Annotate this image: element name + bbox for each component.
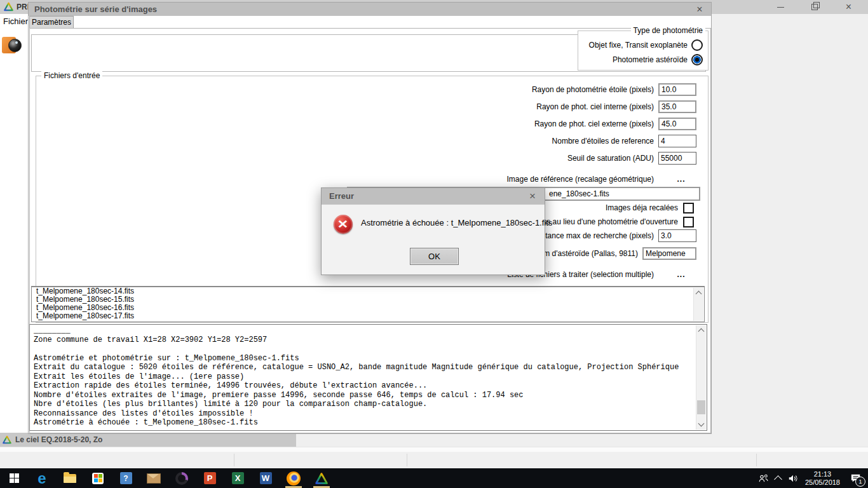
rayon-ciel-externe-input[interactable] <box>658 118 696 130</box>
dial-icon <box>175 472 188 485</box>
word-icon: W <box>260 472 272 484</box>
people-icon <box>758 473 769 484</box>
menu-fichier[interactable]: Fichier <box>3 17 28 26</box>
radio-option-objet-fixe[interactable]: Objet fixe, Transit exoplanète <box>589 40 703 50</box>
camera-toolbar-icon[interactable] <box>2 34 22 56</box>
log-text: ________ Zone commune de travail X1=28 X… <box>30 325 707 429</box>
help-box-icon: ? <box>120 472 132 484</box>
log-scrollbar[interactable] <box>696 325 706 430</box>
file-list-box[interactable]: t_Melpomene_180sec-14.fits t_Melpomene_1… <box>31 286 705 322</box>
radio-unchecked-icon[interactable] <box>691 39 703 51</box>
rayon-etoile-input[interactable] <box>658 83 696 96</box>
error-message: Astrométrie à échouée : t_Melpomene_180s… <box>361 218 552 227</box>
firefox-icon <box>287 471 301 485</box>
tray-people-button[interactable] <box>758 473 769 484</box>
prism-app-icon <box>4 2 13 13</box>
reference-browse-button[interactable]: ... <box>674 175 689 184</box>
tray-volume-button[interactable] <box>787 473 799 484</box>
seuil-saturation-input[interactable] <box>658 152 696 165</box>
ok-button[interactable]: OK <box>410 248 459 265</box>
minimize-icon <box>777 7 784 8</box>
scroll-up-icon[interactable] <box>696 291 702 297</box>
excel-icon: X <box>232 472 244 484</box>
tray-clock[interactable]: 21:13 25/05/2018 <box>805 470 840 487</box>
statusbar-separator <box>407 454 407 466</box>
checkbox-icon[interactable] <box>683 217 694 227</box>
scrollbar-thumb[interactable] <box>697 400 705 414</box>
scroll-up-icon[interactable] <box>698 329 705 335</box>
parent-minimize-button[interactable] <box>770 0 792 14</box>
taskbar-file-explorer[interactable] <box>56 468 84 488</box>
tab-parametres[interactable]: Paramètres <box>29 16 74 28</box>
edge-icon: e <box>37 471 46 486</box>
checkbox-row-recalees[interactable]: Images déja recalées <box>606 203 694 213</box>
parent-restore-button[interactable] <box>804 0 825 14</box>
taskbar-edge[interactable]: e <box>28 468 56 488</box>
start-button[interactable] <box>0 468 28 488</box>
field-row: Rayon de phot. ciel interne (pixels) <box>536 100 696 113</box>
taskbar-excel[interactable]: X <box>224 468 252 488</box>
photometry-dialog-close-button[interactable]: × <box>691 3 709 16</box>
reference-image-label: Image de référence (recalage géométrique… <box>507 175 654 184</box>
speaker-icon <box>787 473 799 484</box>
taskbar-mail-app[interactable] <box>140 468 168 488</box>
taskbar-firefox[interactable] <box>280 468 308 488</box>
taskbar-store[interactable] <box>84 468 112 488</box>
list-item[interactable]: t_Melpomene_180sec-17.fits <box>32 312 704 320</box>
rayon-ciel-interne-input[interactable] <box>658 100 696 113</box>
taskbar-word[interactable]: W <box>252 468 280 488</box>
radio-option-asteroide[interactable]: Photometrie astéroïde <box>613 55 703 65</box>
error-dialog-titlebar[interactable]: Erreur × <box>322 188 545 205</box>
log-output-box[interactable]: ________ Zone commune de travail X1=28 X… <box>29 324 707 431</box>
windows-logo-icon <box>10 473 19 483</box>
statusbar <box>0 452 868 468</box>
clock-date: 25/05/2018 <box>805 478 840 486</box>
type-photometrie-group: Type de photométrie Objet fixe, Transit … <box>578 30 709 71</box>
windows-taskbar: e ? P X W <box>0 468 868 488</box>
prism-app-icon <box>315 472 328 485</box>
photometry-dialog-titlebar[interactable]: Photométrie sur série d'images × <box>29 3 711 16</box>
taskbar-powerpoint[interactable]: P <box>196 468 224 488</box>
restore-icon <box>811 4 818 10</box>
field-row: Nombre d'étoiles de reference <box>552 135 696 147</box>
parent-window-title: PRI <box>17 3 29 11</box>
statusbar-separator <box>234 454 234 466</box>
error-dialog-close-button[interactable]: × <box>524 189 541 203</box>
field-row: Distance max de recherche (pixels) <box>534 229 696 242</box>
error-icon: ✕ <box>334 215 353 234</box>
radio-checked-icon[interactable] <box>691 54 703 65</box>
minimized-window-title: Le ciel EQ.2018-5-20, Zo <box>15 435 102 444</box>
camera-lens <box>8 39 22 52</box>
parent-close-button[interactable]: × <box>837 0 859 14</box>
error-dialog-title: Erreur <box>329 191 354 201</box>
folder-icon <box>64 474 76 483</box>
chevron-up-icon <box>774 475 782 484</box>
field-row: Nom d'astéroïde (Pallas, 9811) <box>534 247 696 260</box>
asteroid-name-input[interactable] <box>642 247 696 260</box>
type-group-legend: Type de photométrie <box>631 26 705 35</box>
field-row: Rayon de photométrie étoile (pixels) <box>532 83 696 96</box>
distance-max-input[interactable] <box>658 229 696 242</box>
close-icon: × <box>846 2 851 12</box>
fichiers-group-legend: Fichiers d'entrée <box>41 71 102 80</box>
mail-icon <box>147 473 161 484</box>
action-center-button[interactable]: 1 <box>850 473 862 484</box>
clock-time: 21:13 <box>814 470 832 478</box>
taskbar-help-app[interactable]: ? <box>112 468 140 488</box>
statusbar-separator <box>756 454 757 466</box>
notification-badge: 1 <box>855 477 865 487</box>
photometry-dialog-title: Photométrie sur série d'images <box>34 4 157 14</box>
field-row: Seuil de saturation (ADU) <box>567 152 696 165</box>
prism-app-icon <box>3 435 11 444</box>
scroll-down-icon[interactable] <box>698 421 705 427</box>
tray-show-hidden-button[interactable] <box>775 474 781 482</box>
powerpoint-icon: P <box>204 472 216 484</box>
file-list-scrollbar[interactable] <box>693 288 703 321</box>
nombre-etoiles-input[interactable] <box>658 135 696 147</box>
file-list-browse-button[interactable]: ... <box>674 270 689 279</box>
minimized-window-bar[interactable]: Le ciel EQ.2018-5-20, Zo <box>0 433 296 447</box>
checkbox-icon[interactable] <box>683 203 694 214</box>
taskbar-prism[interactable] <box>308 468 336 488</box>
checkbox-row-gauss[interactable]: Gauss au lieu d'une photométrie d'ouvert… <box>529 217 694 227</box>
taskbar-dial-app[interactable] <box>168 468 196 488</box>
